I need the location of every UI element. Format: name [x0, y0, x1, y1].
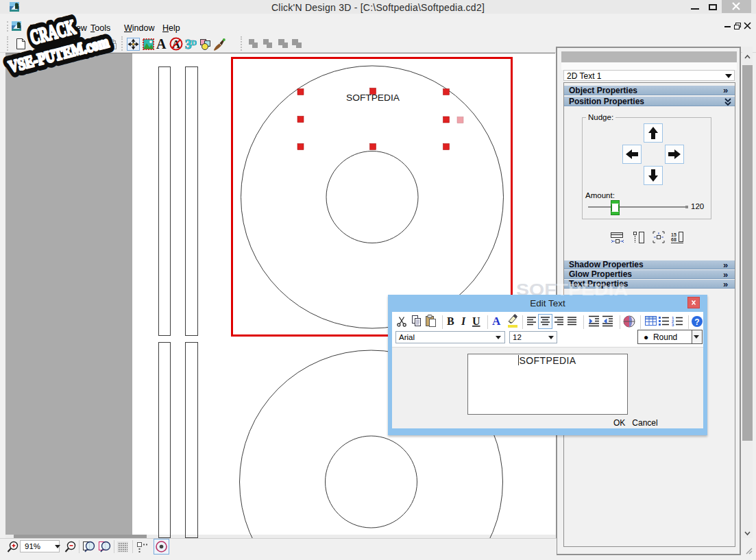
svg-text:I: I	[461, 315, 466, 327]
svg-text:D: D	[191, 38, 197, 47]
svg-text:A: A	[492, 315, 501, 328]
svg-text:15: 15	[671, 232, 676, 237]
svg-text:3: 3	[672, 323, 674, 327]
svg-text:68: 68	[671, 237, 676, 242]
svg-text:B: B	[447, 315, 454, 327]
svg-text:?: ?	[694, 317, 699, 327]
svg-text:U: U	[472, 315, 480, 327]
